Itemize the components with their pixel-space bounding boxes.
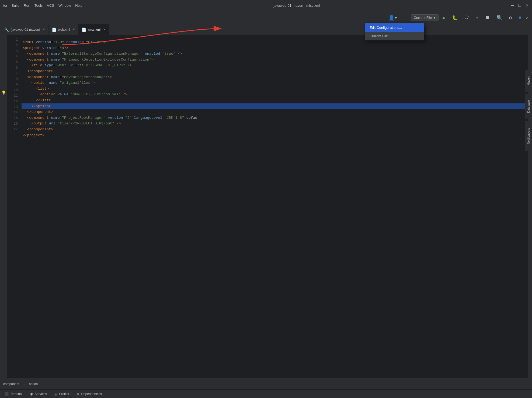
code-line-8: <option name="originalFiles">: [22, 80, 528, 86]
search-icon[interactable]: 🔍: [494, 14, 505, 22]
tabs-bar: 🔧 (javaweb-01-maven) ✕ 📄 web.xml ✕ 📄 mis…: [0, 24, 532, 35]
gutter-icon-4: [1, 60, 6, 65]
code-line-6: </component>: [22, 68, 528, 74]
window-controls: ─ □ ✕: [511, 3, 529, 8]
menu-window[interactable]: Window: [58, 4, 71, 8]
maven-panel[interactable]: Maven: [525, 70, 532, 92]
code-line-11: </list>: [22, 97, 528, 103]
code-line-2: <project version="4">: [22, 45, 528, 51]
editor-gutter: 💡: [0, 35, 8, 378]
tab-miscxml[interactable]: 📄 misc.xml ✕: [78, 24, 109, 35]
code-line-16: </component>: [22, 127, 528, 132]
code-line-3: <component name="ExternalStorageConfigur…: [22, 51, 528, 57]
code-line-13: </component>: [22, 109, 528, 115]
dependencies-label: Dependencies: [81, 392, 102, 396]
tab-miscxml-close[interactable]: ✕: [103, 28, 106, 31]
success-indicator: ✓: [526, 15, 529, 21]
minimize-button[interactable]: ─: [511, 3, 514, 8]
main-area: 💡 12345 678910 1112131415 1617 <?xml ver…: [0, 35, 532, 378]
code-content: <?xml version="1.0" encoding="UTF-8"?> <…: [22, 37, 528, 140]
code-line-4: <component name="FrameworkDetectionExclu…: [22, 57, 528, 63]
run-config-dropdown: Edit Configurations... Current File: [365, 23, 424, 40]
gutter-icon-2: [1, 45, 6, 50]
menu-vcs[interactable]: VCS: [47, 4, 54, 8]
terminal-tab[interactable]: ⬛ Terminal: [3, 391, 23, 396]
profiler-button[interactable]: ⚡: [474, 14, 481, 22]
run-config-dropdown-arrow: ▾: [434, 16, 436, 20]
profiler-label: Profiler: [59, 392, 69, 396]
menu-bar: tor Build Run Tools VCS Window Help: [3, 4, 82, 8]
services-icon: ◉: [30, 392, 33, 396]
notifications-panel[interactable]: Notifications: [525, 121, 532, 151]
quick-fix-bulb[interactable]: 💡: [1, 90, 6, 95]
code-line-15: <output url="file://$PROJECT_DIR$/out" /…: [22, 121, 528, 127]
intellij-logo: ●: [516, 13, 524, 22]
menu-run[interactable]: Run: [24, 4, 30, 8]
window-title: javaweb-01-maven - misc.xml: [88, 4, 506, 8]
webxml-tab-icon: 📄: [52, 27, 56, 32]
dropdown-current-file[interactable]: Current File: [365, 32, 424, 40]
dependencies-icon: ◈: [77, 392, 79, 396]
tab-miscxml-label: misc.xml: [88, 28, 100, 32]
dropdown-edit-configurations[interactable]: Edit Configurations...: [365, 23, 424, 32]
tab-webxml-label: web.xml: [58, 28, 70, 32]
breadcrumb-option: option: [29, 382, 38, 386]
toolbar: 👤▾ ↑ Current File ▾ ▶ 🐛 🛡 ⚡ ⏹ 🔍 ⚙ ● ✓: [0, 11, 532, 24]
account-icon[interactable]: 👤▾: [386, 14, 399, 22]
run-button[interactable]: ▶: [441, 14, 448, 22]
code-line-9: <list>: [22, 86, 528, 92]
menu-help[interactable]: Help: [75, 4, 82, 8]
miscxml-tab-icon: 📄: [82, 27, 86, 32]
profiler-icon: ◎: [54, 392, 57, 396]
menu-tor[interactable]: tor: [3, 4, 7, 8]
profiler-tab[interactable]: ◎ Profiler: [53, 391, 70, 396]
services-label: Services: [34, 392, 47, 396]
stop-button[interactable]: ⏹: [483, 14, 492, 22]
gutter-icon-3: [1, 52, 6, 58]
code-editor[interactable]: 12345 678910 1112131415 1617 <?xml versi…: [8, 35, 528, 378]
tabs-overflow[interactable]: ⋮: [109, 24, 119, 35]
menu-tools[interactable]: Tools: [34, 4, 43, 8]
gutter-icon-1: [1, 37, 6, 43]
tab-webxml[interactable]: 📄 web.xml ✕: [48, 24, 78, 35]
terminal-label: Terminal: [10, 392, 22, 396]
coverage-button[interactable]: 🛡: [462, 14, 471, 22]
project-tab-icon: 🔧: [4, 27, 9, 32]
maximize-button[interactable]: □: [518, 3, 521, 8]
gutter-icon-5: [1, 67, 6, 73]
vcs-commit-icon[interactable]: ↑: [402, 14, 409, 21]
run-config-label: Current File: [414, 16, 432, 20]
run-config-button[interactable]: Current File ▾: [411, 14, 439, 21]
line-numbers: 12345 678910 1112131415 1617: [8, 35, 19, 132]
services-tab[interactable]: ◉ Services: [29, 391, 48, 396]
gutter-icon-6: [1, 75, 6, 80]
breadcrumb-separator: ›: [23, 382, 25, 386]
tab-project[interactable]: 🔧 (javaweb-01-maven) ✕: [1, 24, 48, 35]
dependencies-tab[interactable]: ◈ Dependencies: [76, 391, 103, 396]
titlebar: tor Build Run Tools VCS Window Help java…: [0, 0, 532, 11]
tab-project-close[interactable]: ✕: [43, 28, 45, 31]
database-panel[interactable]: Database: [525, 94, 532, 118]
code-line-5: <file type="web" url="file://$PROJECT_DI…: [22, 62, 528, 68]
terminal-icon: ⬛: [4, 392, 9, 396]
statusbar: component › option: [0, 378, 532, 389]
code-line-17: </project>: [22, 132, 528, 138]
menu-build[interactable]: Build: [12, 4, 19, 8]
tab-webxml-close[interactable]: ✕: [72, 28, 75, 31]
code-line-7: <component name="MavenProjectsManager">: [22, 74, 528, 80]
bottombar: ⬛ Terminal ◉ Services ◎ Profiler ◈ Depen…: [0, 389, 532, 398]
tab-project-label: (javaweb-01-maven): [11, 28, 40, 32]
gutter-icon-7: [1, 82, 6, 88]
code-line-10: <option value="$PROJECT_DIR$/pom.xml" />: [22, 92, 528, 97]
close-button[interactable]: ✕: [525, 3, 529, 8]
settings-icon[interactable]: ⚙: [507, 14, 514, 22]
code-line-1: <?xml version="1.0" encoding="UTF-8"?>: [22, 39, 528, 45]
code-line-12: </option>: [22, 103, 528, 109]
debug-button[interactable]: 🐛: [450, 14, 460, 22]
breadcrumb-component: component: [3, 382, 19, 386]
code-line-14: <component name="ProjectRootManager" ver…: [22, 115, 528, 121]
